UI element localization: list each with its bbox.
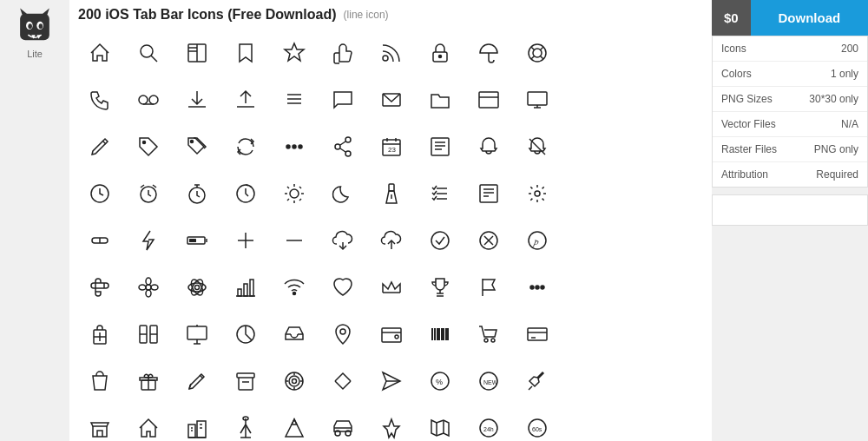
svg-line-21	[541, 47, 544, 50]
icon-luggage	[78, 313, 122, 356]
svg-point-149	[491, 339, 495, 342]
icon-lifering	[516, 31, 559, 75]
svg-line-172	[529, 386, 532, 390]
svg-point-45	[335, 144, 340, 149]
svg-marker-186	[292, 419, 297, 425]
icon-bell	[467, 125, 510, 168]
svg-point-115	[293, 293, 296, 295]
svg-rect-33	[479, 92, 498, 108]
icon-thumbsup	[321, 31, 365, 75]
svg-point-161	[293, 379, 297, 384]
icon-settings	[516, 172, 559, 215]
svg-point-106	[151, 285, 158, 290]
icon-listcheck	[418, 172, 462, 215]
info-value-colors: 1 only	[831, 68, 858, 80]
svg-rect-131	[187, 326, 207, 339]
info-label-vectorfiles: Vector Files	[721, 118, 776, 130]
svg-text:%: %	[436, 378, 443, 386]
page-subtitle: (line icon)	[344, 9, 389, 21]
svg-line-22	[531, 56, 535, 60]
icon-inbox	[273, 313, 316, 356]
icon-mail	[370, 78, 413, 122]
icon-notes	[467, 172, 510, 215]
svg-point-100	[529, 232, 546, 249]
info-value-vectorfiles: N/A	[841, 118, 858, 130]
icon-chat	[321, 78, 365, 122]
download-button[interactable]: Download	[751, 0, 868, 36]
icon-flower	[127, 266, 170, 309]
info-row-attribution: Attribution Required	[713, 162, 867, 187]
svg-text:24h: 24h	[483, 426, 494, 432]
search-input[interactable]	[712, 194, 868, 226]
icon-target	[273, 359, 316, 403]
icon-sun	[273, 172, 316, 215]
icon-podio: 𝓹	[516, 219, 559, 262]
main-content: 200 iOS Tab Bar Icons (Free Download) (l…	[69, 0, 712, 441]
icon-wallet	[370, 313, 413, 356]
svg-marker-185	[286, 419, 303, 437]
svg-point-160	[289, 376, 299, 386]
svg-point-43	[299, 145, 302, 148]
svg-point-139	[395, 335, 398, 339]
icon-car	[321, 406, 365, 441]
svg-point-17	[439, 56, 442, 58]
icon-checkmark	[418, 219, 462, 262]
info-row-pngsizes: PNG Sizes 30*30 only	[713, 87, 867, 112]
icon-home	[78, 31, 122, 75]
icon-tags	[175, 125, 219, 168]
svg-line-48	[340, 148, 345, 152]
page-title: 200 iOS Tab Bar Icons (Free Download)	[78, 7, 337, 23]
icon-calendar: 23	[370, 125, 413, 168]
icon-edit	[78, 125, 122, 168]
icon-news	[418, 125, 462, 168]
right-panel: $0 Download Icons 200 Colors 1 only PNG …	[712, 0, 868, 441]
icon-crown	[370, 266, 413, 309]
icon-pin	[516, 359, 559, 403]
icon-gift	[127, 359, 170, 403]
logo-container: Lite	[9, 7, 61, 59]
icon-send	[370, 359, 413, 403]
svg-line-62	[153, 185, 156, 188]
svg-line-38	[102, 141, 106, 144]
svg-point-9	[141, 45, 153, 57]
svg-point-137	[340, 329, 345, 334]
svg-text:60s: 60s	[532, 426, 542, 432]
svg-text:23: 23	[388, 146, 396, 154]
logo-label: Lite	[27, 49, 43, 59]
svg-point-96	[431, 232, 449, 249]
icon-map	[418, 406, 462, 441]
price-badge: $0	[712, 0, 751, 36]
icon-plus	[224, 219, 267, 262]
icon-book	[175, 31, 219, 75]
info-label-colors: Colors	[721, 68, 752, 80]
svg-line-61	[141, 185, 144, 188]
icon-city	[175, 406, 219, 441]
icon-archive	[224, 359, 267, 403]
icon-tower	[224, 406, 267, 441]
icon-list	[273, 78, 316, 122]
svg-marker-190	[431, 420, 449, 436]
icon-monitor	[516, 78, 559, 122]
icon-flashlight	[370, 172, 413, 215]
svg-point-42	[293, 145, 296, 148]
icon-command	[78, 266, 122, 309]
icon-cloud-upload	[370, 219, 413, 262]
svg-point-67	[290, 189, 299, 198]
icon-tag	[127, 125, 170, 168]
icon-share	[321, 125, 365, 168]
svg-line-75	[299, 199, 301, 201]
icon-trophy	[418, 266, 462, 309]
info-row-vectorfiles: Vector Files N/A	[713, 112, 867, 137]
icon-house	[127, 406, 170, 441]
icon-folder	[418, 78, 462, 122]
sidebar: Lite	[0, 0, 69, 441]
icon-cart	[467, 313, 510, 356]
svg-point-40	[191, 141, 194, 143]
info-row-rasterfiles: Raster Files PNG only	[713, 137, 867, 162]
icon-refresh	[224, 125, 267, 168]
icon-mountain	[273, 406, 316, 441]
svg-rect-113	[250, 280, 253, 296]
icon-window	[467, 78, 510, 122]
svg-point-104	[146, 290, 151, 297]
svg-line-10	[151, 56, 157, 62]
